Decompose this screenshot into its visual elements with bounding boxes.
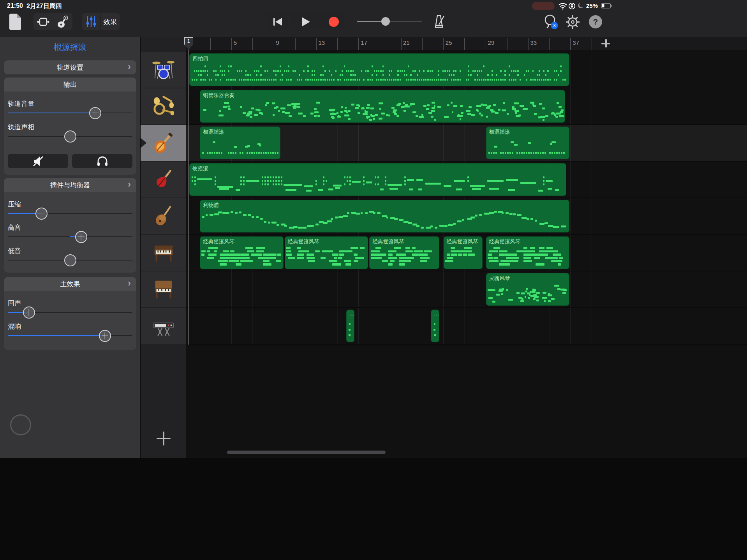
track-lane-brass[interactable]: 铜管乐器合奏 — [186, 88, 747, 125]
slider-thumb[interactable] — [64, 130, 76, 143]
track-lane-lespaul-guitar[interactable]: 根源摇滚根源摇滚 — [186, 125, 747, 162]
slider-fill — [8, 113, 95, 113]
region[interactable]: 经典摇滚风琴 — [200, 236, 284, 269]
ruler-tick — [316, 38, 317, 50]
recording-indicator-pill — [532, 2, 555, 10]
track-lane-sg-guitar[interactable]: 硬摇滚 — [186, 162, 747, 198]
clock: 21:50 — [7, 2, 23, 9]
region-notes — [346, 319, 354, 341]
slider-thumb[interactable] — [89, 107, 101, 119]
region[interactable]: 根源摇滚 — [486, 127, 570, 159]
track-lane-electric-piano[interactable]: 灵魂风琴 — [186, 271, 747, 308]
region[interactable]: 四拍四 — [189, 53, 569, 86]
ruler-bar-number: 29 — [488, 39, 495, 46]
region[interactable]: 铜管乐器合奏 — [200, 90, 565, 123]
add-track-button[interactable] — [157, 431, 171, 446]
effects-button-label: 效果 — [103, 17, 117, 26]
slider-thumb[interactable] — [35, 208, 48, 220]
echo-slider[interactable] — [8, 312, 132, 313]
track-header-brass[interactable] — [141, 88, 186, 124]
region-notes — [486, 282, 570, 304]
ruler-tick — [274, 38, 275, 50]
ruler-tick — [592, 38, 592, 50]
playhead-line[interactable] — [189, 50, 189, 345]
slider-thumb[interactable] — [75, 231, 87, 243]
track-pan-slider[interactable] — [8, 136, 132, 137]
slider-thumb[interactable] — [64, 254, 76, 266]
play-button[interactable] — [290, 13, 322, 30]
region-label: 经典摇滚风琴 — [372, 238, 404, 245]
ruler-bar-number: 33 — [530, 39, 537, 46]
mixer-effects-segmented-control: 效果 — [82, 13, 120, 30]
instrument-view-button[interactable] — [53, 13, 73, 30]
track-header-drum-kit[interactable] — [141, 52, 186, 88]
master-effects-header[interactable]: 主效果 — [4, 277, 136, 291]
track-lanes: 四拍四铜管乐器合奏根源摇滚根源摇滚硬摇滚利物浦经典摇滚风琴经典摇滚风琴经典摇滚风… — [186, 52, 747, 345]
region[interactable]: 经典摇滚风琴 — [369, 236, 439, 269]
bass-slider[interactable] — [8, 260, 132, 261]
settings-gear-icon[interactable] — [566, 15, 580, 29]
compression-slider[interactable] — [8, 213, 132, 214]
tracks-view-button[interactable] — [33, 13, 53, 30]
track-lane-synth-keyboard[interactable]: ⋯⋯ — [186, 308, 747, 345]
treble-slider[interactable] — [8, 236, 132, 237]
slider-thumb[interactable] — [99, 330, 111, 342]
reverb-slider[interactable] — [8, 335, 132, 336]
ruler-tick — [422, 38, 423, 50]
ruler-tick — [380, 38, 381, 50]
slider-thumb[interactable] — [23, 306, 35, 319]
master-volume-thumb[interactable] — [381, 17, 390, 26]
loop-count-badge: 3 — [551, 22, 558, 29]
ruler-tick — [507, 38, 507, 50]
battery-icon — [601, 3, 612, 9]
ruler-tick — [231, 38, 232, 50]
sg-guitar-icon — [152, 167, 176, 192]
region-notes — [189, 173, 566, 194]
plugins-header[interactable]: 插件与均衡器 — [4, 178, 136, 192]
moon-icon — [578, 2, 585, 9]
track-header-synth-keyboard[interactable] — [141, 308, 186, 344]
region[interactable]: ⋯ — [431, 310, 439, 342]
region[interactable]: 经典摇滚风琴 — [486, 236, 570, 269]
ruler-tick — [549, 38, 550, 50]
track-header-electric-piano[interactable] — [141, 271, 186, 307]
region[interactable]: 灵魂风琴 — [486, 273, 570, 306]
region[interactable]: ⋯ — [346, 310, 354, 342]
treble-label: 高音 — [8, 223, 21, 232]
track-header-sg-guitar[interactable] — [141, 162, 186, 197]
track-header-violin-bass[interactable] — [141, 198, 186, 234]
region-label: 经典摇滚风琴 — [489, 238, 521, 245]
level-knob[interactable] — [10, 414, 31, 435]
region[interactable]: 经典摇滚风琴 — [444, 236, 483, 269]
region-label: 经典摇滚风琴 — [288, 238, 319, 245]
effects-button[interactable]: 效果 — [100, 13, 120, 30]
mixer-button[interactable] — [82, 13, 100, 30]
monitor-button[interactable] — [72, 154, 132, 168]
violin-bass-icon — [152, 204, 176, 228]
track-settings-button[interactable]: 轨道设置 — [4, 60, 136, 74]
document-icon[interactable] — [9, 13, 23, 30]
ruler-tick — [464, 38, 465, 50]
help-button[interactable]: ? — [589, 15, 602, 28]
track-header-lespaul-guitar[interactable] — [141, 125, 186, 161]
mute-button[interactable] — [8, 154, 68, 168]
date: 2月27日周四 — [26, 2, 62, 11]
region[interactable]: 经典摇滚风琴 — [285, 236, 368, 269]
track-volume-slider[interactable] — [8, 113, 132, 113]
region[interactable]: 硬摇滚 — [189, 163, 566, 196]
region[interactable]: 根源摇滚 — [200, 127, 280, 159]
region[interactable]: 利物浦 — [200, 200, 569, 232]
ruler-bar-number: 21 — [403, 39, 410, 46]
track-lane-organ[interactable]: 经典摇滚风琴经典摇滚风琴经典摇滚风琴经典摇滚风琴经典摇滚风琴 — [186, 235, 747, 271]
metronome-icon[interactable] — [432, 14, 446, 29]
add-bars-button[interactable] — [601, 39, 610, 48]
track-lane-violin-bass[interactable]: 利物浦 — [186, 198, 747, 235]
rewind-button[interactable] — [267, 13, 288, 30]
record-button[interactable] — [323, 13, 344, 30]
horizontal-scrollbar[interactable] — [227, 451, 386, 454]
region-label: 经典摇滚风琴 — [447, 238, 478, 245]
region-label: 经典摇滚风琴 — [203, 238, 234, 245]
timeline-ruler[interactable]: 5913172125293337 — [186, 37, 747, 50]
track-lane-drum-kit[interactable]: 四拍四 — [186, 52, 747, 88]
track-header-organ[interactable] — [141, 235, 186, 271]
